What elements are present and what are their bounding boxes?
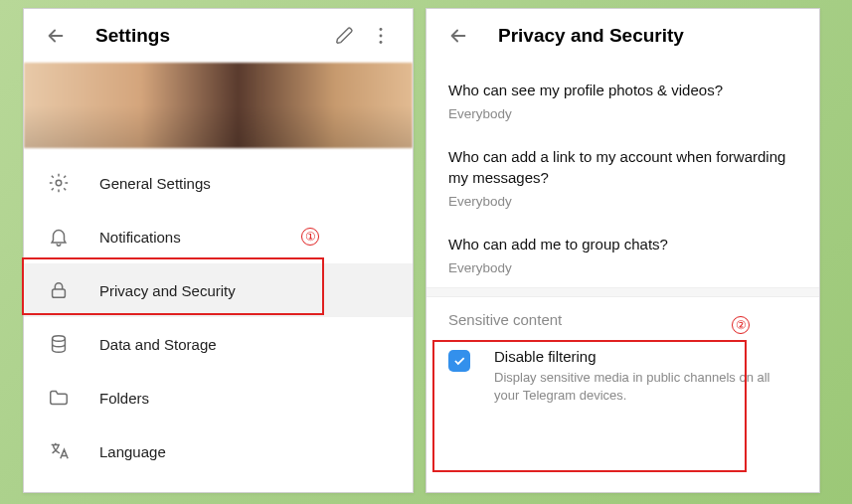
svg-point-8 xyxy=(53,336,66,342)
privacy-value: Everybody xyxy=(448,106,797,121)
menu-label: Privacy and Security xyxy=(99,282,236,299)
privacy-header: Privacy and Security xyxy=(426,9,819,63)
annotation-label-2: ② xyxy=(732,316,750,334)
menu-label: Data and Storage xyxy=(99,336,217,353)
settings-header: Settings xyxy=(24,9,413,63)
menu-label: Folders xyxy=(99,390,149,407)
folder-icon xyxy=(46,385,72,411)
section-divider xyxy=(426,287,819,297)
privacy-question: Who can add a link to my account when fo… xyxy=(448,147,797,188)
arrow-left-icon xyxy=(447,25,469,47)
more-button[interactable] xyxy=(363,18,399,54)
svg-point-3 xyxy=(380,28,383,31)
settings-title: Settings xyxy=(95,25,327,47)
privacy-item-groupchats[interactable]: Who can add me to group chats? Everybody xyxy=(426,221,819,287)
svg-point-6 xyxy=(56,180,62,186)
back-button[interactable] xyxy=(440,18,476,54)
svg-point-4 xyxy=(380,34,383,37)
pencil-icon xyxy=(334,25,356,47)
lock-icon xyxy=(46,277,72,303)
disable-filtering-text: Disable filtering Display sensitive medi… xyxy=(494,348,797,404)
svg-point-5 xyxy=(380,40,383,43)
disable-filtering-row[interactable]: Disable filtering Display sensitive medi… xyxy=(426,334,819,420)
privacy-question: Who can see my profile photos & videos? xyxy=(448,81,797,100)
annotation-label-1: ① xyxy=(301,228,319,246)
menu-label: Language xyxy=(99,443,166,460)
settings-menu: General Settings Notifications Privacy a… xyxy=(24,148,413,478)
menu-item-privacy[interactable]: Privacy and Security xyxy=(24,263,413,317)
menu-item-notifications[interactable]: Notifications xyxy=(24,210,413,263)
settings-panel: Settings General Settings Notifications … xyxy=(23,8,414,493)
svg-rect-7 xyxy=(53,289,66,297)
disable-filtering-checkbox[interactable] xyxy=(448,350,470,372)
bell-icon xyxy=(46,224,72,250)
menu-item-data[interactable]: Data and Storage xyxy=(24,317,413,371)
section-title-sensitive: Sensitive content xyxy=(426,297,819,334)
check-icon xyxy=(452,354,466,368)
menu-label: General Settings xyxy=(99,175,211,192)
menu-item-general[interactable]: General Settings xyxy=(24,156,413,210)
menu-item-language[interactable]: Language xyxy=(24,424,413,478)
disable-filtering-desc: Display sensitive media in public channe… xyxy=(494,369,797,404)
language-icon xyxy=(46,438,72,464)
privacy-title: Privacy and Security xyxy=(498,25,805,47)
edit-button[interactable] xyxy=(327,18,363,54)
privacy-question: Who can add me to group chats? xyxy=(448,235,797,254)
back-button[interactable] xyxy=(38,18,74,54)
privacy-value: Everybody xyxy=(448,194,797,209)
database-icon xyxy=(46,331,72,357)
privacy-value: Everybody xyxy=(448,260,797,275)
gear-icon xyxy=(46,170,72,196)
arrow-left-icon xyxy=(45,25,67,47)
privacy-item-photos[interactable]: Who can see my profile photos & videos? … xyxy=(426,67,819,133)
menu-label: Notifications xyxy=(99,229,181,246)
privacy-item-forward-link[interactable]: Who can add a link to my account when fo… xyxy=(426,133,819,221)
more-vertical-icon xyxy=(370,25,392,47)
privacy-panel: Privacy and Security Who can see my prof… xyxy=(426,8,820,493)
menu-item-folders[interactable]: Folders xyxy=(24,371,413,424)
disable-filtering-title: Disable filtering xyxy=(494,348,797,365)
privacy-body: Who can see my profile photos & videos? … xyxy=(426,63,819,420)
profile-banner[interactable] xyxy=(24,63,413,148)
